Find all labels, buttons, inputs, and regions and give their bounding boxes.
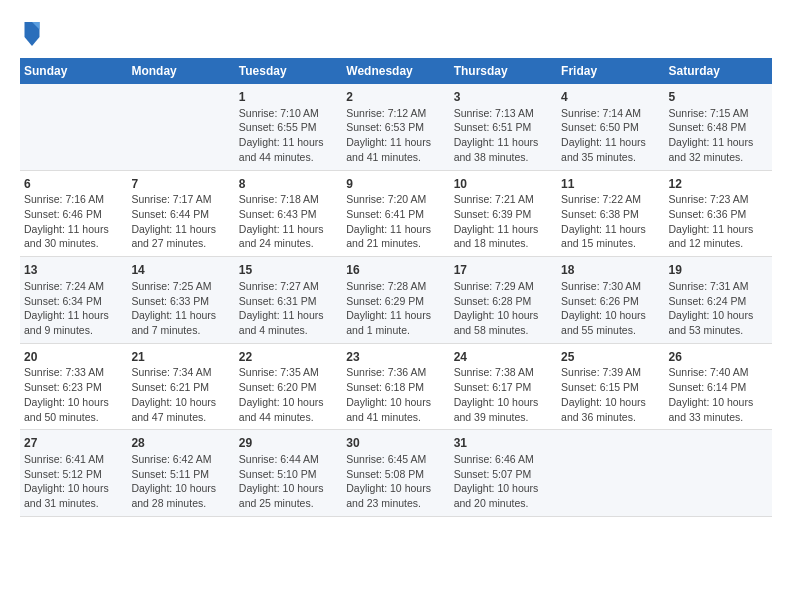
day-cell: 14Sunrise: 7:25 AM Sunset: 6:33 PM Dayli… [127, 257, 234, 344]
day-cell: 27Sunrise: 6:41 AM Sunset: 5:12 PM Dayli… [20, 430, 127, 517]
day-number: 7 [131, 176, 230, 193]
day-cell: 15Sunrise: 7:27 AM Sunset: 6:31 PM Dayli… [235, 257, 342, 344]
day-number: 10 [454, 176, 553, 193]
day-cell: 28Sunrise: 6:42 AM Sunset: 5:11 PM Dayli… [127, 430, 234, 517]
week-row-2: 6Sunrise: 7:16 AM Sunset: 6:46 PM Daylig… [20, 170, 772, 257]
day-number: 3 [454, 89, 553, 106]
day-number: 12 [669, 176, 768, 193]
day-number: 1 [239, 89, 338, 106]
day-info: Sunrise: 7:22 AM Sunset: 6:38 PM Dayligh… [561, 192, 660, 251]
day-info: Sunrise: 7:31 AM Sunset: 6:24 PM Dayligh… [669, 279, 768, 338]
day-info: Sunrise: 6:41 AM Sunset: 5:12 PM Dayligh… [24, 452, 123, 511]
day-info: Sunrise: 7:35 AM Sunset: 6:20 PM Dayligh… [239, 365, 338, 424]
col-header-saturday: Saturday [665, 58, 772, 84]
day-info: Sunrise: 6:46 AM Sunset: 5:07 PM Dayligh… [454, 452, 553, 511]
day-info: Sunrise: 7:40 AM Sunset: 6:14 PM Dayligh… [669, 365, 768, 424]
day-info: Sunrise: 6:44 AM Sunset: 5:10 PM Dayligh… [239, 452, 338, 511]
day-cell: 23Sunrise: 7:36 AM Sunset: 6:18 PM Dayli… [342, 343, 449, 430]
day-number: 28 [131, 435, 230, 452]
day-number: 17 [454, 262, 553, 279]
day-number: 9 [346, 176, 445, 193]
day-cell [665, 430, 772, 517]
day-info: Sunrise: 7:24 AM Sunset: 6:34 PM Dayligh… [24, 279, 123, 338]
week-row-3: 13Sunrise: 7:24 AM Sunset: 6:34 PM Dayli… [20, 257, 772, 344]
day-info: Sunrise: 7:23 AM Sunset: 6:36 PM Dayligh… [669, 192, 768, 251]
day-cell: 5Sunrise: 7:15 AM Sunset: 6:48 PM Daylig… [665, 84, 772, 170]
day-cell: 26Sunrise: 7:40 AM Sunset: 6:14 PM Dayli… [665, 343, 772, 430]
day-info: Sunrise: 7:21 AM Sunset: 6:39 PM Dayligh… [454, 192, 553, 251]
day-cell: 4Sunrise: 7:14 AM Sunset: 6:50 PM Daylig… [557, 84, 664, 170]
day-cell: 3Sunrise: 7:13 AM Sunset: 6:51 PM Daylig… [450, 84, 557, 170]
day-info: Sunrise: 7:39 AM Sunset: 6:15 PM Dayligh… [561, 365, 660, 424]
day-cell: 30Sunrise: 6:45 AM Sunset: 5:08 PM Dayli… [342, 430, 449, 517]
day-number: 19 [669, 262, 768, 279]
day-number: 23 [346, 349, 445, 366]
day-cell [557, 430, 664, 517]
col-header-wednesday: Wednesday [342, 58, 449, 84]
logo [20, 20, 46, 48]
day-number: 27 [24, 435, 123, 452]
day-number: 6 [24, 176, 123, 193]
day-info: Sunrise: 7:34 AM Sunset: 6:21 PM Dayligh… [131, 365, 230, 424]
day-number: 16 [346, 262, 445, 279]
day-cell: 2Sunrise: 7:12 AM Sunset: 6:53 PM Daylig… [342, 84, 449, 170]
day-info: Sunrise: 6:42 AM Sunset: 5:11 PM Dayligh… [131, 452, 230, 511]
day-info: Sunrise: 7:30 AM Sunset: 6:26 PM Dayligh… [561, 279, 660, 338]
day-number: 4 [561, 89, 660, 106]
week-row-5: 27Sunrise: 6:41 AM Sunset: 5:12 PM Dayli… [20, 430, 772, 517]
day-number: 14 [131, 262, 230, 279]
week-row-4: 20Sunrise: 7:33 AM Sunset: 6:23 PM Dayli… [20, 343, 772, 430]
day-number: 5 [669, 89, 768, 106]
day-cell: 6Sunrise: 7:16 AM Sunset: 6:46 PM Daylig… [20, 170, 127, 257]
col-header-monday: Monday [127, 58, 234, 84]
col-header-tuesday: Tuesday [235, 58, 342, 84]
col-header-friday: Friday [557, 58, 664, 84]
day-info: Sunrise: 7:17 AM Sunset: 6:44 PM Dayligh… [131, 192, 230, 251]
day-cell: 1Sunrise: 7:10 AM Sunset: 6:55 PM Daylig… [235, 84, 342, 170]
day-cell: 19Sunrise: 7:31 AM Sunset: 6:24 PM Dayli… [665, 257, 772, 344]
day-cell: 22Sunrise: 7:35 AM Sunset: 6:20 PM Dayli… [235, 343, 342, 430]
day-cell [127, 84, 234, 170]
day-info: Sunrise: 7:38 AM Sunset: 6:17 PM Dayligh… [454, 365, 553, 424]
day-info: Sunrise: 7:13 AM Sunset: 6:51 PM Dayligh… [454, 106, 553, 165]
day-cell: 25Sunrise: 7:39 AM Sunset: 6:15 PM Dayli… [557, 343, 664, 430]
day-cell: 21Sunrise: 7:34 AM Sunset: 6:21 PM Dayli… [127, 343, 234, 430]
day-cell: 11Sunrise: 7:22 AM Sunset: 6:38 PM Dayli… [557, 170, 664, 257]
day-info: Sunrise: 7:18 AM Sunset: 6:43 PM Dayligh… [239, 192, 338, 251]
day-cell: 8Sunrise: 7:18 AM Sunset: 6:43 PM Daylig… [235, 170, 342, 257]
day-info: Sunrise: 7:29 AM Sunset: 6:28 PM Dayligh… [454, 279, 553, 338]
day-cell: 18Sunrise: 7:30 AM Sunset: 6:26 PM Dayli… [557, 257, 664, 344]
day-number: 2 [346, 89, 445, 106]
day-number: 8 [239, 176, 338, 193]
week-row-1: 1Sunrise: 7:10 AM Sunset: 6:55 PM Daylig… [20, 84, 772, 170]
day-number: 20 [24, 349, 123, 366]
day-number: 11 [561, 176, 660, 193]
day-cell: 9Sunrise: 7:20 AM Sunset: 6:41 PM Daylig… [342, 170, 449, 257]
calendar-table: SundayMondayTuesdayWednesdayThursdayFrid… [20, 58, 772, 517]
day-number: 26 [669, 349, 768, 366]
day-info: Sunrise: 7:15 AM Sunset: 6:48 PM Dayligh… [669, 106, 768, 165]
day-info: Sunrise: 7:36 AM Sunset: 6:18 PM Dayligh… [346, 365, 445, 424]
calendar-header-row: SundayMondayTuesdayWednesdayThursdayFrid… [20, 58, 772, 84]
col-header-sunday: Sunday [20, 58, 127, 84]
logo-icon [20, 20, 44, 48]
day-cell: 29Sunrise: 6:44 AM Sunset: 5:10 PM Dayli… [235, 430, 342, 517]
day-cell: 17Sunrise: 7:29 AM Sunset: 6:28 PM Dayli… [450, 257, 557, 344]
day-cell: 12Sunrise: 7:23 AM Sunset: 6:36 PM Dayli… [665, 170, 772, 257]
day-info: Sunrise: 7:27 AM Sunset: 6:31 PM Dayligh… [239, 279, 338, 338]
day-info: Sunrise: 6:45 AM Sunset: 5:08 PM Dayligh… [346, 452, 445, 511]
day-info: Sunrise: 7:12 AM Sunset: 6:53 PM Dayligh… [346, 106, 445, 165]
day-number: 31 [454, 435, 553, 452]
day-cell: 24Sunrise: 7:38 AM Sunset: 6:17 PM Dayli… [450, 343, 557, 430]
day-info: Sunrise: 7:20 AM Sunset: 6:41 PM Dayligh… [346, 192, 445, 251]
day-cell: 7Sunrise: 7:17 AM Sunset: 6:44 PM Daylig… [127, 170, 234, 257]
day-number: 15 [239, 262, 338, 279]
day-info: Sunrise: 7:16 AM Sunset: 6:46 PM Dayligh… [24, 192, 123, 251]
day-number: 18 [561, 262, 660, 279]
day-info: Sunrise: 7:28 AM Sunset: 6:29 PM Dayligh… [346, 279, 445, 338]
day-info: Sunrise: 7:14 AM Sunset: 6:50 PM Dayligh… [561, 106, 660, 165]
day-number: 13 [24, 262, 123, 279]
day-info: Sunrise: 7:10 AM Sunset: 6:55 PM Dayligh… [239, 106, 338, 165]
day-number: 30 [346, 435, 445, 452]
day-cell: 31Sunrise: 6:46 AM Sunset: 5:07 PM Dayli… [450, 430, 557, 517]
